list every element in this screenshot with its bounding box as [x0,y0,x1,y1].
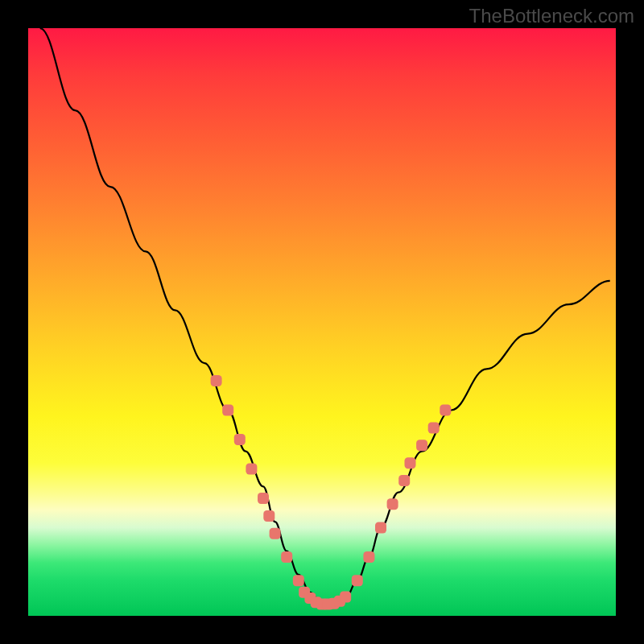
marker-point [387,498,398,510]
marker-point [416,440,427,451]
marker-point [222,405,233,416]
marker-point [281,551,292,563]
marker-point [258,493,269,504]
marker-point [293,575,304,586]
marker-point [211,375,222,386]
marker-point [398,475,410,486]
marker-point [263,510,275,522]
marker-point [270,528,281,539]
marker-point [405,457,416,469]
marker-point [375,522,386,534]
marker-point [246,464,257,475]
chart-plot-area [28,28,616,616]
marker-point [440,405,451,416]
marker-group [211,375,452,609]
marker-point [363,551,374,563]
chart-svg [28,28,616,616]
marker-point [340,592,351,603]
marker-point [234,434,246,445]
curve-path [40,28,610,604]
marker-point [352,575,363,586]
marker-point [428,422,440,433]
watermark-text: TheBottleneck.com [469,5,634,27]
